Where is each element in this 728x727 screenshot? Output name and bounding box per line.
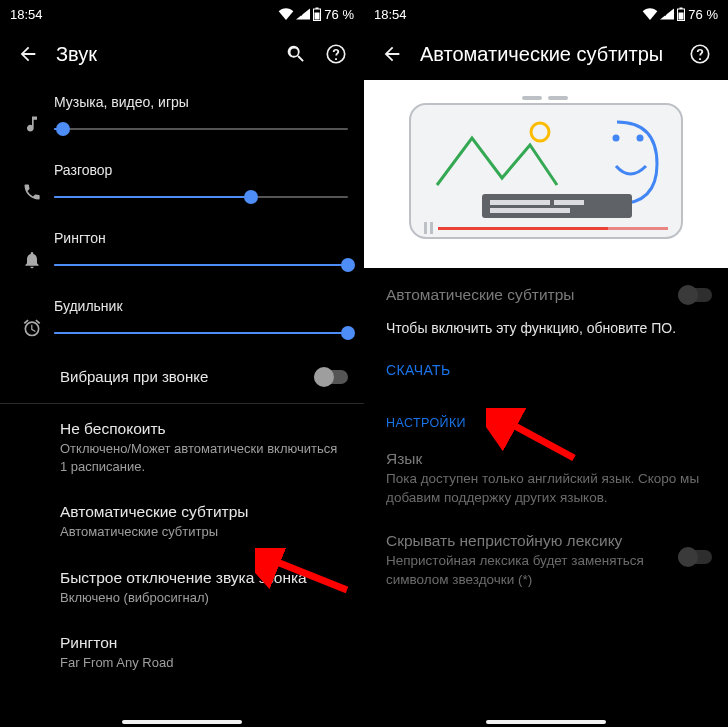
battery-icon (312, 7, 322, 21)
svg-rect-9 (679, 13, 684, 20)
appbar: Звук (0, 28, 364, 80)
arrow-back-icon (17, 43, 39, 65)
download-button[interactable]: Скачать (364, 342, 728, 390)
ringtone-item[interactable]: Рингтон Far From Any Road (0, 620, 364, 686)
ringtone-subtitle: Far From Any Road (60, 654, 348, 672)
status-battery: 76 % (324, 7, 354, 22)
help-button[interactable] (316, 34, 356, 74)
language-subtitle: Пока доступен только английский язык. Ск… (386, 470, 704, 508)
volume-alarm: Будильник (0, 284, 364, 352)
volume-call-slider[interactable] (54, 182, 348, 212)
svg-rect-8 (680, 8, 683, 10)
statusbar: 18:54 4 76 % (364, 0, 728, 28)
volume-media: Музыка, видео, игры (0, 80, 364, 148)
wifi-icon (642, 8, 658, 20)
auto-captions-subtitle: Автоматические субтитры (60, 523, 348, 541)
volume-alarm-label: Будильник (54, 298, 348, 314)
battery-icon (676, 7, 686, 21)
nav-home-indicator[interactable] (122, 720, 242, 724)
signal-icon: 4 (296, 8, 310, 20)
arrow-back-icon (381, 43, 403, 65)
auto-captions-toggle-label: Автоматические субтитры (386, 286, 678, 304)
back-button[interactable] (372, 34, 412, 74)
svg-text:4: 4 (663, 10, 667, 17)
auto-captions-item[interactable]: Автоматические субтитры Автоматические с… (0, 489, 364, 555)
volume-ring-slider[interactable] (54, 250, 348, 280)
svg-rect-23 (424, 222, 427, 234)
wifi-icon (278, 8, 294, 20)
svg-rect-22 (438, 227, 608, 230)
language-item: Язык Пока доступен только английский язы… (364, 436, 728, 518)
signal-icon: 4 (660, 8, 674, 20)
dnd-item[interactable]: Не беспокоить Отключено/Может автоматиче… (0, 406, 364, 489)
vibrate-on-ring-row[interactable]: Вибрация при звонке (0, 352, 364, 401)
help-icon (689, 43, 711, 65)
update-note: Чтобы включить эту функцию, обновите ПО. (364, 310, 728, 342)
music-note-icon (22, 114, 42, 134)
search-icon (285, 43, 307, 65)
svg-rect-19 (554, 200, 584, 205)
captions-illustration-icon (382, 90, 710, 268)
ringtone-title: Рингтон (60, 634, 348, 652)
auto-captions-toggle-row: Автоматические субтитры (364, 268, 728, 310)
hero-illustration (364, 80, 728, 268)
appbar: Автоматические субтитры (364, 28, 728, 80)
svg-rect-17 (482, 194, 632, 218)
screen-sound-settings: 18:54 4 76 % Звук (0, 0, 364, 727)
vibrate-on-ring-label: Вибрация при звонке (60, 368, 314, 385)
svg-point-16 (637, 135, 644, 142)
svg-rect-20 (490, 208, 570, 213)
phone-icon (22, 182, 42, 202)
svg-text:4: 4 (299, 10, 303, 17)
search-button[interactable] (276, 34, 316, 74)
status-time: 18:54 (374, 7, 407, 22)
help-button[interactable] (680, 34, 720, 74)
statusbar: 18:54 4 76 % (0, 0, 364, 28)
dnd-title: Не беспокоить (60, 420, 348, 438)
svg-rect-2 (316, 8, 319, 10)
status-indicators: 4 76 % (642, 7, 718, 22)
svg-point-15 (613, 135, 620, 142)
volume-media-label: Музыка, видео, игры (54, 94, 348, 110)
svg-rect-18 (490, 200, 550, 205)
volume-ring: Рингтон (0, 216, 364, 284)
bell-icon (22, 250, 42, 270)
volume-media-slider[interactable] (54, 114, 348, 144)
help-icon (325, 43, 347, 65)
dnd-subtitle: Отключено/Может автоматически включиться… (60, 440, 348, 475)
status-time: 18:54 (10, 7, 43, 22)
volume-call: Разговор (0, 148, 364, 216)
auto-captions-title: Автоматические субтитры (60, 503, 348, 521)
screen-auto-captions: 18:54 4 76 % Автоматические субтитры (364, 0, 728, 727)
svg-rect-12 (522, 96, 542, 100)
volume-ring-label: Рингтон (54, 230, 348, 246)
profanity-item: Скрывать непристойную лексику Непристойн… (364, 518, 728, 600)
svg-rect-24 (430, 222, 433, 234)
back-button[interactable] (8, 34, 48, 74)
status-battery: 76 % (688, 7, 718, 22)
profanity-subtitle: Непристойная лексика будет заменяться си… (386, 552, 670, 590)
page-title: Звук (48, 43, 276, 66)
alarm-icon (22, 318, 42, 338)
quick-mute-item[interactable]: Быстрое отключение звука звонка Включено… (0, 555, 364, 621)
svg-rect-3 (315, 13, 320, 20)
auto-captions-switch (678, 288, 712, 302)
language-title: Язык (386, 450, 704, 468)
status-indicators: 4 76 % (278, 7, 354, 22)
quick-mute-title: Быстрое отключение звука звонка (60, 569, 348, 587)
quick-mute-subtitle: Включено (вибросигнал) (60, 589, 348, 607)
page-title: Автоматические субтитры (412, 43, 680, 66)
vibrate-on-ring-switch[interactable] (314, 370, 348, 384)
profanity-switch (678, 550, 712, 564)
profanity-title: Скрывать непристойную лексику (386, 532, 670, 550)
volume-alarm-slider[interactable] (54, 318, 348, 348)
volume-call-label: Разговор (54, 162, 348, 178)
nav-home-indicator[interactable] (486, 720, 606, 724)
svg-rect-13 (548, 96, 568, 100)
settings-section-label: Настройки (364, 390, 728, 436)
